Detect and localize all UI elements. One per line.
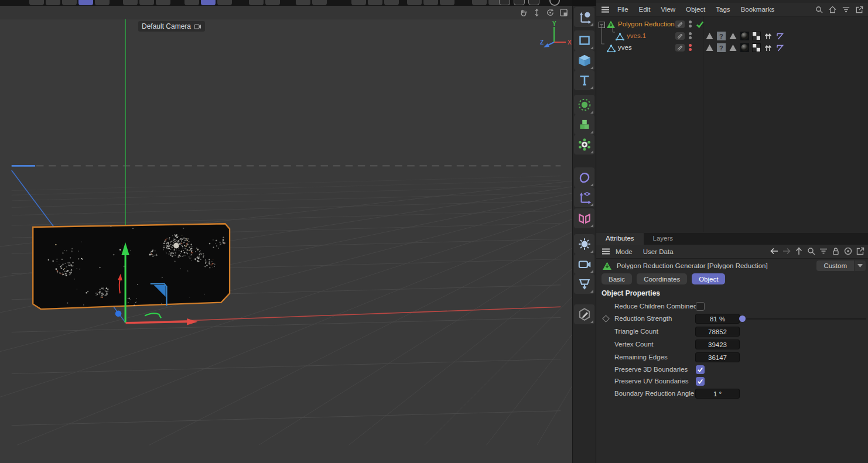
tab-basic[interactable]: Basic: [602, 273, 632, 284]
visibility-dots[interactable]: [689, 20, 692, 28]
om-filter-icon[interactable]: [841, 5, 850, 14]
tab-coordinates[interactable]: Coordinates: [637, 273, 687, 284]
target-icon[interactable]: [843, 246, 853, 256]
viewport-3d[interactable]: Default Camera Y X: [0, 6, 572, 463]
move-handle-x-arrow[interactable]: [187, 318, 197, 325]
boundary-angle-field[interactable]: 1 °: [695, 389, 740, 399]
menu-mode[interactable]: Mode: [610, 248, 638, 255]
vertex-count-field[interactable]: 39423: [695, 339, 740, 349]
alpha-checker-tag-icon[interactable]: [752, 43, 761, 52]
am-hamburger-icon[interactable]: [602, 248, 610, 255]
maximize-view-icon[interactable]: [559, 8, 569, 18]
polygon-reduction-icon[interactable]: [606, 20, 616, 30]
phong-tag-icon[interactable]: [775, 43, 784, 52]
pan-hand-icon[interactable]: [518, 8, 528, 18]
tab-object[interactable]: Object: [692, 273, 725, 284]
reduce-children-checkbox[interactable]: [696, 302, 705, 311]
move-handle-x[interactable]: [126, 322, 188, 323]
polygon-tag-icon[interactable]: [729, 32, 737, 40]
menu-tags[interactable]: Tags: [710, 6, 735, 13]
object-row-polygon-reduction[interactable]: Polygon Reduction: [596, 19, 868, 30]
visibility-dots[interactable]: [689, 44, 692, 51]
edit-modeling-button[interactable]: [574, 304, 594, 324]
object-name[interactable]: Polygon Reduction: [618, 20, 675, 28]
history-forward-icon[interactable]: [782, 246, 791, 256]
polygon-tag-icon[interactable]: [705, 32, 714, 40]
preserve-uv-checkbox[interactable]: [696, 377, 705, 386]
camera-label[interactable]: Default Camera: [138, 21, 205, 32]
om-home-icon[interactable]: [828, 5, 837, 14]
triangle-count-field[interactable]: 78852: [695, 327, 740, 337]
polygon-tag-icon[interactable]: [729, 43, 737, 52]
om-popout-icon[interactable]: [855, 5, 864, 14]
move-tool-button[interactable]: [574, 7, 594, 27]
menu-object[interactable]: Object: [681, 6, 710, 13]
spline-rectangle-button[interactable]: [574, 30, 594, 50]
keyframe-diamond-icon[interactable]: [602, 315, 610, 323]
uvw-tag-icon[interactable]: [764, 43, 773, 52]
phong-tag-icon[interactable]: [775, 32, 784, 40]
axis-instance-button[interactable]: [574, 187, 594, 207]
uvw-tag-icon[interactable]: [764, 32, 773, 40]
am-search-icon[interactable]: [807, 246, 816, 256]
object-row-yves[interactable]: yves ?: [596, 42, 868, 54]
rotate-icon[interactable]: [545, 8, 555, 18]
preset-dropdown-arrow[interactable]: [855, 260, 866, 271]
tag-row[interactable]: ?: [705, 32, 784, 40]
lock-icon[interactable]: [831, 246, 840, 256]
subdivision-generator-button[interactable]: [574, 95, 594, 115]
material-tag-icon[interactable]: [740, 32, 749, 40]
visibility-dots[interactable]: [689, 32, 692, 39]
tab-attributes[interactable]: Attributes: [596, 233, 644, 245]
stage-floor-button[interactable]: [574, 274, 594, 294]
cube-primitive-button[interactable]: [574, 50, 594, 70]
spline-pen-button[interactable]: [574, 167, 594, 187]
polygon-object-icon[interactable]: [616, 32, 624, 42]
material-tag-icon[interactable]: [740, 43, 749, 52]
polygon-object-icon[interactable]: [607, 44, 616, 54]
object-manager-tree[interactable]: Polygon Reduction yves.1 ?: [596, 16, 868, 232]
object-row-yves1[interactable]: yves.1 ?: [596, 30, 868, 42]
menu-user-data[interactable]: User Data: [638, 248, 679, 255]
alpha-checker-tag-icon[interactable]: [752, 32, 761, 40]
camera-object-button[interactable]: [574, 254, 594, 274]
light-button[interactable]: [574, 234, 594, 254]
slider-knob[interactable]: [739, 315, 746, 322]
reduction-strength-slider[interactable]: [742, 318, 866, 320]
menu-bookmarks[interactable]: Bookmarks: [736, 6, 780, 13]
preserve-3d-checkbox[interactable]: [696, 365, 705, 374]
menu-view[interactable]: View: [655, 6, 681, 13]
group-title[interactable]: Object Properties: [602, 289, 660, 297]
tab-layers[interactable]: Layers: [644, 233, 683, 245]
edit-chip-icon[interactable]: [675, 20, 685, 28]
tag-row[interactable]: ?: [705, 43, 784, 52]
texture-question-tag-icon[interactable]: ?: [717, 32, 726, 40]
volume-builder-button[interactable]: [574, 115, 594, 135]
camera-switch-icon[interactable]: [194, 23, 201, 30]
symmetry-button[interactable]: [574, 208, 594, 228]
reduction-strength-field[interactable]: 81 %: [695, 314, 740, 324]
move-handle-z-ball[interactable]: [115, 310, 122, 317]
tree-collapse-box[interactable]: [599, 22, 605, 28]
selected-object[interactable]: [33, 224, 230, 309]
text-tool-button[interactable]: [574, 70, 594, 90]
object-name[interactable]: yves.1: [627, 32, 646, 39]
object-name[interactable]: yves: [618, 44, 632, 51]
om-hamburger-icon[interactable]: [601, 6, 610, 13]
polygon-tag-icon[interactable]: [705, 43, 714, 52]
enabled-check-icon[interactable]: [696, 20, 704, 29]
remaining-edges-field[interactable]: 36147: [695, 352, 740, 362]
deformer-button[interactable]: [574, 135, 594, 155]
parent-up-icon[interactable]: [794, 246, 804, 256]
edit-chip-icon[interactable]: [675, 32, 685, 40]
menu-file[interactable]: File: [612, 6, 634, 13]
preset-button[interactable]: Custom: [816, 260, 854, 271]
dolly-icon[interactable]: [532, 8, 542, 18]
edit-chip-icon[interactable]: [675, 44, 685, 52]
menu-edit[interactable]: Edit: [634, 6, 656, 13]
history-back-icon[interactable]: [770, 246, 779, 256]
am-filter-icon[interactable]: [819, 246, 828, 256]
om-search-icon[interactable]: [814, 5, 823, 14]
am-popout-icon[interactable]: [856, 246, 865, 256]
texture-question-tag-icon[interactable]: ?: [717, 43, 726, 52]
